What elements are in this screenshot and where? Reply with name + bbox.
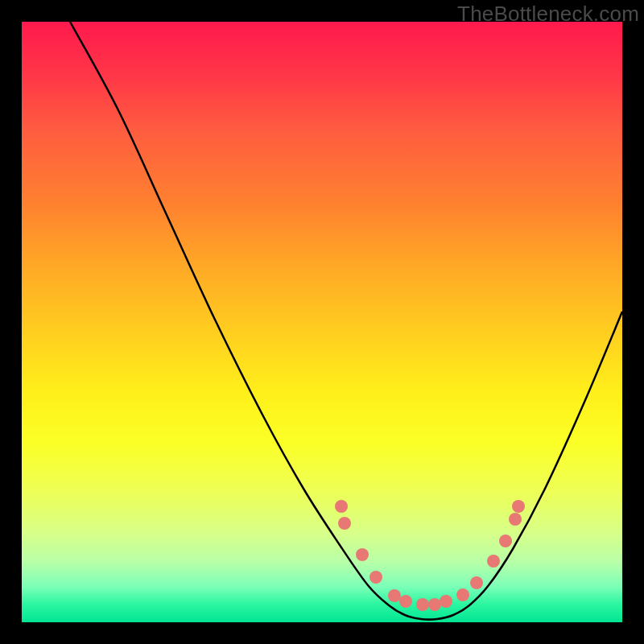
data-point-marker bbox=[487, 555, 500, 568]
data-point-marker bbox=[499, 535, 512, 547]
bottleneck-chart-svg bbox=[22, 22, 622, 622]
data-point-marker bbox=[388, 589, 401, 602]
data-point-marker bbox=[512, 500, 525, 513]
data-point-marker bbox=[509, 513, 522, 526]
chart-plot-area bbox=[22, 22, 622, 622]
data-point-marker bbox=[369, 571, 382, 584]
bottleneck-data-points bbox=[335, 500, 525, 611]
data-point-marker bbox=[416, 598, 429, 611]
data-point-marker bbox=[428, 598, 441, 611]
data-point-marker bbox=[338, 517, 351, 530]
watermark-label: TheBottleneck.com bbox=[457, 2, 639, 27]
data-point-marker bbox=[440, 595, 452, 608]
data-point-marker bbox=[456, 588, 469, 601]
bottleneck-curve-line bbox=[70, 22, 622, 620]
data-point-marker bbox=[335, 500, 348, 513]
data-point-marker bbox=[356, 548, 369, 561]
data-point-marker bbox=[470, 576, 483, 589]
data-point-marker bbox=[399, 595, 412, 608]
